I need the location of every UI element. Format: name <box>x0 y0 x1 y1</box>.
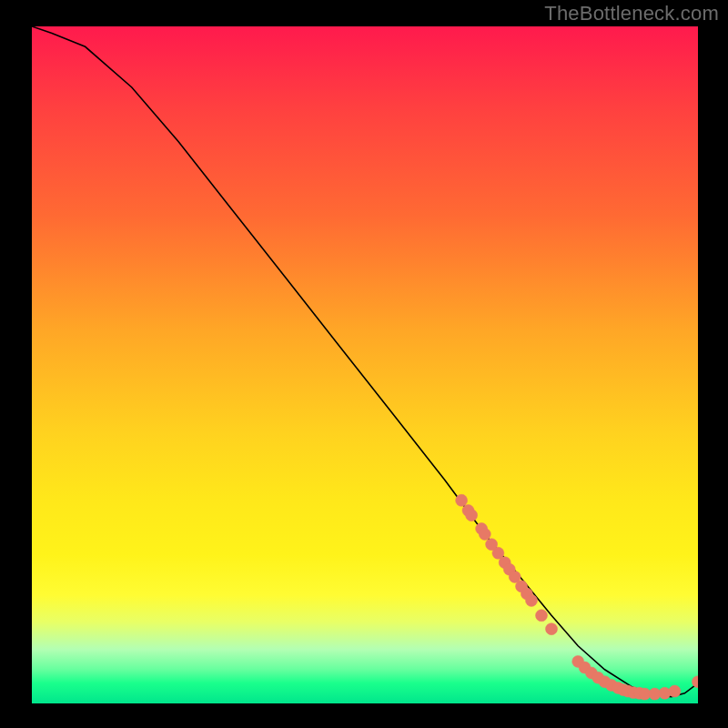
data-marker <box>536 610 548 622</box>
data-marker <box>466 510 478 521</box>
data-marker <box>526 594 538 606</box>
marker-group <box>456 494 698 700</box>
data-marker <box>659 687 671 699</box>
data-marker <box>456 494 468 506</box>
watermark-text: TheBottleneck.com <box>544 2 719 25</box>
chart-frame: TheBottleneck.com <box>0 0 728 728</box>
data-marker <box>479 529 490 541</box>
chart-svg <box>32 26 698 703</box>
data-marker <box>546 623 558 635</box>
data-marker <box>693 676 699 688</box>
data-marker <box>669 685 681 697</box>
curve-line <box>32 26 698 697</box>
plot-area <box>31 25 699 704</box>
